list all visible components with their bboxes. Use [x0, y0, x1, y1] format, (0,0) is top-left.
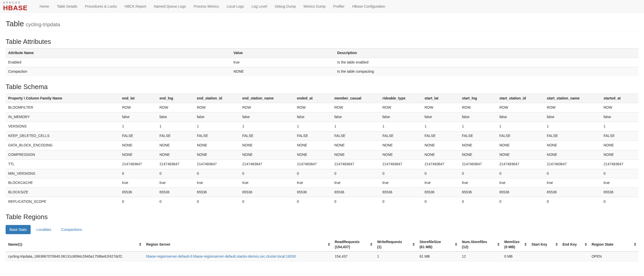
schema-row-blockcache: BLOCKCACHEtruetruetruetruetruetruetruetr…: [6, 178, 638, 188]
sort-icon[interactable]: [455, 243, 457, 246]
schema-property-value: ROW: [157, 103, 194, 112]
schema-property-value: NONE: [601, 141, 638, 150]
schema-property-value: ROW: [601, 103, 638, 112]
regions-col-name-1[interactable]: Name(1): [6, 238, 144, 252]
schema-property-name: BLOOMFILTER: [6, 103, 120, 112]
schema-property-value: FALSE: [422, 131, 459, 141]
nav-link-home[interactable]: Home: [36, 0, 53, 12]
nav-link-procedures-locks[interactable]: Procedures & Locks: [81, 0, 121, 12]
regions-col-writerequests[interactable]: WriteRequests(1): [375, 238, 417, 252]
regions-col-memsize[interactable]: MemSize(0 MB): [502, 238, 529, 252]
nav-item-log-level: Log Level: [248, 0, 271, 12]
regions-col-end-key[interactable]: End Key: [560, 238, 589, 252]
regions-col-region-state[interactable]: Region State: [589, 238, 638, 252]
nav-link-process-metrics[interactable]: Process Metrics: [190, 0, 223, 12]
schema-property-value: 65536: [601, 188, 638, 197]
attribute-name: Compaction: [6, 67, 231, 76]
schema-property-value: FALSE: [332, 131, 380, 141]
region-state: OPEN: [589, 252, 638, 261]
nav-link-named-queue-logs[interactable]: Named Queue Logs: [150, 0, 190, 12]
nav-link-profiler[interactable]: Profiler: [329, 0, 348, 12]
schema-property-value: 65536: [194, 188, 240, 197]
schema-property-value: NONE: [422, 150, 459, 159]
schema-property-value: 65536: [157, 188, 194, 197]
schema-property-value: ROW: [294, 103, 332, 112]
sort-down-arrow: [455, 245, 457, 246]
hbase-logo[interactable]: APACHE HBASE: [3, 2, 28, 11]
page-content: Tablecycling-tripdata Table Attributes A…: [0, 19, 644, 261]
regions-col-num-storefiles[interactable]: Num.Storefiles(12): [459, 238, 502, 252]
schema-property-value: true: [294, 178, 332, 188]
sort-icon[interactable]: [370, 243, 372, 246]
schema-property-value: false: [497, 112, 544, 122]
tab-link-compactions[interactable]: Compactions: [57, 225, 86, 234]
schema-property-value: ROW: [332, 103, 380, 112]
sort-icon[interactable]: [139, 243, 141, 246]
sort-down-arrow: [497, 245, 499, 246]
schema-property-value: 2147483647: [194, 159, 240, 169]
sort-icon[interactable]: [413, 243, 415, 246]
sort-icon[interactable]: [524, 243, 527, 246]
schema-property-value: NONE: [422, 141, 459, 150]
schema-property-value: true: [194, 178, 240, 188]
tab-compactions: Compactions: [57, 225, 86, 234]
schema-family-end-lng: end_lng: [157, 94, 194, 103]
attribute-value: true: [231, 58, 335, 67]
tab-link-localities[interactable]: Localities: [33, 225, 55, 234]
schema-row-data-block-encoding: DATA_BLOCK_ENCODINGNONENONENONENONENONEN…: [6, 141, 638, 150]
tab-link-base-stats[interactable]: Base Stats: [6, 225, 31, 234]
schema-property-name: IN_MEMORY: [6, 112, 120, 122]
schema-row-compression: COMPRESSIONNONENONENONENONENONENONENONEN…: [6, 150, 638, 159]
sort-down-arrow: [370, 245, 372, 246]
schema-property-value: 0: [497, 197, 544, 206]
regions-col-region-server[interactable]: Region Server: [144, 238, 332, 252]
attributes-col-value: Value: [231, 48, 335, 58]
nav-link-debug-dump[interactable]: Debug Dump: [271, 0, 300, 12]
nav-link-log-level[interactable]: Log Level: [248, 0, 271, 12]
regions-col-subtotal: (12): [462, 244, 495, 249]
schema-property-value: 2147483647: [332, 159, 380, 169]
schema-property-value: 1: [194, 122, 240, 131]
sort-up-arrow: [455, 243, 457, 244]
nav-link-table-details[interactable]: Table Details: [53, 0, 81, 12]
sort-down-arrow: [556, 245, 558, 246]
nav-link-hbck-report[interactable]: HBCK Report: [121, 0, 150, 12]
schema-property-value: NONE: [240, 150, 294, 159]
table-regions-table: Name(1)Region ServerReadRequests(154,437…: [6, 238, 638, 261]
regions-col-readrequests[interactable]: ReadRequests(154,437): [332, 238, 375, 252]
region-server-link[interactable]: hbase-regionserver-default-0.hbase-regio…: [146, 254, 296, 258]
nav-link-local-logs[interactable]: Local Logs: [223, 0, 248, 12]
schema-property-value: false: [422, 112, 459, 122]
schema-property-value: 1: [120, 122, 157, 131]
region-name-cell: cycling-tripdata,,1663687070640.06131c80…: [6, 252, 144, 261]
regions-col-label: Start Key: [531, 242, 547, 246]
schema-property-value: FALSE: [497, 131, 544, 141]
tab-localities: Localities: [33, 225, 55, 234]
regions-col-label: WriteRequests: [377, 240, 402, 244]
schema-property-value: 0: [497, 169, 544, 178]
schema-property-value: NONE: [120, 150, 157, 159]
schema-family-start-lng: start_lng: [459, 94, 497, 103]
sort-icon[interactable]: [585, 243, 587, 246]
schema-property-value: 0: [240, 197, 294, 206]
regions-col-start-key[interactable]: Start Key: [529, 238, 560, 252]
sort-icon[interactable]: [634, 243, 636, 246]
nav-link-hbase-configuration[interactable]: HBase Configuration: [348, 0, 389, 12]
schema-property-value: false: [120, 112, 157, 122]
nav-item-home: Home: [36, 0, 53, 12]
schema-property-value: 0: [601, 197, 638, 206]
regions-col-storefilesize[interactable]: StorefileSize(61 MB): [417, 238, 459, 252]
schema-family-end-lat: end_lat: [120, 94, 157, 103]
sort-up-arrow: [413, 243, 415, 244]
schema-property-value: true: [240, 178, 294, 188]
sort-icon[interactable]: [556, 243, 558, 246]
sort-icon[interactable]: [497, 243, 499, 246]
attribute-description: Is the table compacting: [335, 67, 638, 76]
region-server-cell: hbase-regionserver-default-0.hbase-regio…: [144, 252, 332, 261]
nav-link-metrics-dump[interactable]: Metrics Dump: [300, 0, 329, 12]
sort-icon[interactable]: [328, 243, 330, 246]
schema-property-value: NONE: [332, 141, 380, 150]
regions-col-subtotal: (61 MB): [420, 244, 453, 249]
nav-item-hbase-configuration: HBase Configuration: [348, 0, 389, 12]
schema-property-value: 0: [294, 169, 332, 178]
